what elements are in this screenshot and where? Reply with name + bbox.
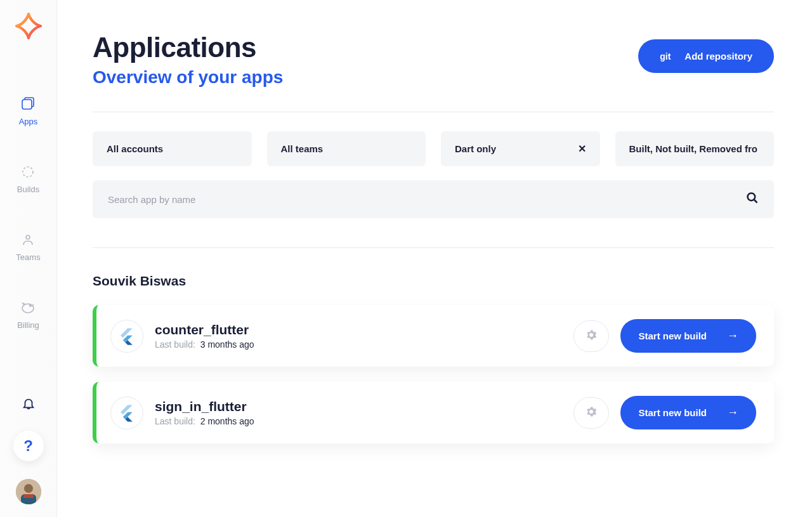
logo (15, 13, 42, 39)
last-build-label: Last build: (155, 339, 195, 350)
flutter-icon (110, 396, 143, 429)
flutter-icon (110, 320, 143, 353)
start-build-button[interactable]: Start new build → (620, 319, 756, 353)
notifications-icon[interactable] (22, 396, 36, 413)
nav: Apps Builds Teams Billing (16, 96, 40, 396)
sidebar-item-label: Builds (17, 185, 39, 194)
filter-accounts[interactable]: All accounts (93, 131, 252, 166)
last-build-label: Last build: (155, 416, 195, 426)
start-build-button[interactable]: Start new build → (620, 396, 756, 429)
filter-platform[interactable]: Dart only ✕ (441, 131, 600, 166)
apps-icon (20, 96, 36, 112)
svg-line-8 (754, 200, 757, 203)
start-build-label: Start new build (638, 330, 707, 341)
sidebar-item-teams[interactable]: Teams (16, 232, 40, 262)
filter-label: Dart only (455, 143, 496, 154)
arrow-right-icon: → (727, 329, 738, 343)
app-meta: Last build: 2 months ago (155, 416, 573, 426)
billing-icon (20, 300, 36, 315)
sidebar-item-label: Teams (16, 252, 40, 262)
git-icon: git (660, 51, 671, 62)
sidebar-item-billing[interactable]: Billing (17, 300, 39, 330)
search-box (93, 180, 774, 218)
filter-teams[interactable]: All teams (267, 131, 426, 166)
sidebar-bottom: ? (13, 396, 44, 517)
page-title: Applications (93, 32, 283, 63)
owner-name: Souvik Biswas (93, 273, 774, 289)
svg-point-4 (24, 484, 33, 493)
gear-icon (586, 406, 597, 419)
filter-label: All teams (281, 143, 324, 154)
help-button[interactable]: ? (13, 431, 44, 461)
filter-row: All accounts All teams Dart only ✕ Built… (93, 131, 774, 166)
gear-icon (586, 329, 597, 343)
svg-point-7 (748, 193, 756, 201)
settings-button[interactable] (573, 320, 609, 352)
app-name: sign_in_flutter (155, 399, 573, 414)
sidebar-item-apps[interactable]: Apps (19, 96, 38, 126)
divider (93, 247, 774, 248)
builds-icon (20, 164, 36, 180)
page-subtitle: Overview of your apps (93, 67, 283, 88)
sidebar: Apps Builds Teams Billing ? (0, 0, 57, 517)
app-card: sign_in_flutter Last build: 2 months ago… (93, 382, 774, 443)
filter-label: All accounts (107, 143, 163, 154)
help-icon: ? (23, 437, 33, 455)
svg-point-1 (26, 235, 30, 239)
app-name: counter_flutter (155, 322, 573, 337)
settings-button[interactable] (573, 397, 609, 429)
last-build-when: 3 months ago (200, 339, 254, 350)
sidebar-item-builds[interactable]: Builds (17, 164, 39, 194)
add-repository-label: Add repository (684, 51, 752, 62)
last-build-when: 2 months ago (200, 416, 254, 426)
divider (93, 112, 774, 112)
close-icon[interactable]: ✕ (578, 143, 586, 155)
main: Applications Overview of your apps git A… (57, 0, 812, 517)
filter-status[interactable]: Built, Not built, Removed fro (615, 131, 775, 166)
app-meta: Last build: 3 months ago (155, 339, 573, 350)
svg-rect-6 (23, 494, 34, 498)
header: Applications Overview of your apps git A… (93, 32, 774, 88)
add-repository-button[interactable]: git Add repository (638, 39, 774, 73)
start-build-label: Start new build (638, 407, 707, 418)
teams-icon (20, 232, 36, 247)
svg-point-0 (23, 167, 33, 177)
search-icon[interactable] (746, 192, 759, 207)
sidebar-item-label: Billing (17, 320, 39, 330)
filter-label: Built, Not built, Removed fro (629, 143, 758, 154)
app-card: counter_flutter Last build: 3 months ago… (93, 305, 774, 367)
arrow-right-icon: → (727, 406, 738, 419)
search-input[interactable] (108, 194, 746, 205)
avatar[interactable] (16, 479, 41, 504)
sidebar-item-label: Apps (19, 117, 38, 126)
